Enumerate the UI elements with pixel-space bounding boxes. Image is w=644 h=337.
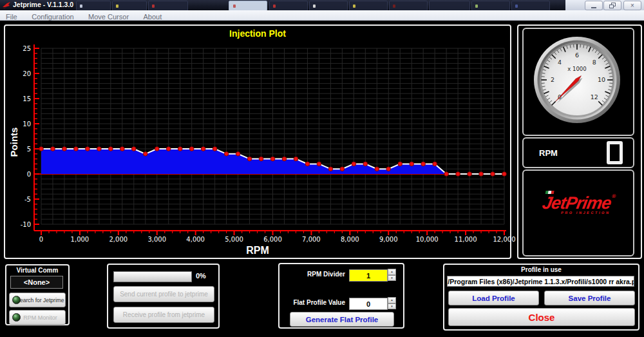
svg-text:-5: -5 [24,196,31,203]
rpm-divider-down-button[interactable]: ▼ [388,275,396,282]
virtual-comm-title: Virtual Comm [6,267,68,274]
flat-value-up-button[interactable]: ▲ [388,297,396,303]
rpm-readout-label: RPM [539,148,607,158]
svg-text:9,000: 9,000 [379,236,398,243]
tachometer-gauge-box: 024681012x 1000 [522,28,634,136]
search-for-jetprime-button[interactable]: Search for Jetprime [9,293,66,307]
title-bar: Jetprime - V.1.1.3.0 × [0,0,644,10]
profile-in-use-panel: Profile in use C:/Program Files (x86)/Je… [443,264,639,331]
injection-plot-panel: Injection Plot Points -10-5051015202501,… [4,24,511,259]
virtual-comm-panel: Virtual Comm <None> Search for Jetprime … [5,264,70,325]
search-led-icon [12,296,21,304]
menu-move-cursor[interactable]: Move Cursor [82,12,135,21]
svg-text:4,000: 4,000 [186,236,205,243]
menu-bar: File Configuration Move Cursor About [0,10,644,21]
svg-text:15: 15 [23,95,31,102]
svg-text:4: 4 [558,59,562,66]
rpm-divider-label: RPM Divider [281,271,345,278]
right-column: 024681012x 1000 RPM JetPrime® PRO INJECT… [517,24,642,259]
background-window-thumbnail [471,1,510,10]
restore-button[interactable] [603,1,621,10]
profile-transfer-panel: 0% Send current profile to jetprime Rece… [107,264,220,329]
flat-profile-value-spinner: ▲ ▼ [388,297,396,309]
menu-configuration[interactable]: Configuration [26,12,79,21]
background-window-thumbnail [76,1,111,10]
registered-mark: ® [611,193,616,199]
background-window-thumbnail [429,1,470,10]
flat-value-down-button[interactable]: ▼ [388,303,396,310]
jetprime-window: Jetprime - V.1.1.3.0 × File Configuratio… [0,0,644,337]
rpm-divider-input[interactable]: 1 [349,269,388,282]
background-window-thumbnail [309,1,348,10]
close-icon: × [630,3,634,9]
svg-text:10: 10 [598,76,605,83]
svg-text:10,000: 10,000 [416,236,439,243]
background-window-thumbnail [511,1,550,10]
svg-text:11,000: 11,000 [455,236,477,243]
window-title: Jetprime - V.1.1.3.0 [13,1,73,8]
monitor-led-icon [12,313,21,322]
plot-x-axis-label: RPM [5,245,510,256]
restore-icon [609,3,616,8]
close-button[interactable]: Close [448,308,635,326]
svg-text:x 1000: x 1000 [567,66,586,72]
rpm-digital-value [607,141,623,164]
jetprime-logo: JetPrime® PRO INJECTION [540,193,616,215]
svg-text:7,000: 7,000 [302,236,321,243]
logo-brand-text: JetPrime [541,193,612,213]
flat-profile-value-label: Flat Profile Value [281,299,345,306]
send-profile-button[interactable]: Send current profile to jetprime [113,286,214,302]
svg-text:6,000: 6,000 [263,236,282,243]
rpm-divider-up-button[interactable]: ▲ [388,269,396,275]
svg-text:0: 0 [27,171,31,178]
svg-text:12,000: 12,000 [493,236,516,243]
close-window-button[interactable]: × [623,1,641,10]
app-icon [3,2,10,8]
svg-text:10: 10 [23,120,31,128]
tachometer-gauge: 024681012x 1000 [524,29,630,132]
svg-text:2: 2 [551,76,554,83]
italian-flag-icon [545,191,554,194]
svg-text:8,000: 8,000 [341,236,359,243]
receive-profile-button[interactable]: Receive profile from jetprime [113,307,214,323]
background-window-thumbnail [112,1,147,10]
injection-plot-canvas[interactable]: -10-5051015202501,0002,0003,0004,0005,00… [5,26,510,255]
svg-text:3,000: 3,000 [147,236,166,243]
flat-profile-value-input[interactable]: 0 [349,298,388,310]
profile-path-field: C:/Program Files (x86)/Jetprime 1.1.3.x/… [447,276,634,287]
svg-text:0: 0 [39,236,43,243]
minimize-icon [591,7,596,8]
brand-logo-box: JetPrime® PRO INJECTION [522,169,634,256]
svg-text:12: 12 [591,93,598,101]
menu-file[interactable]: File [0,12,23,21]
flat-profile-panel: RPM Divider 1 ▲ ▼ Flat Profile Value 0 ▲… [278,263,404,329]
rpm-divider-spinner: ▲ ▼ [388,269,396,281]
load-profile-button[interactable]: Load Profile [448,291,539,305]
minimize-button[interactable] [585,1,603,10]
profile-in-use-title: Profile in use [444,266,638,273]
background-window-thumbnail [229,1,267,10]
menu-about[interactable]: About [138,12,168,21]
background-window-thumbnail [349,1,388,10]
rpm-readout-box: RPM [522,137,634,168]
svg-text:6: 6 [575,52,579,59]
svg-text:5,000: 5,000 [225,236,243,243]
transfer-progress-percent: 0% [196,272,206,280]
background-window-thumbnail [148,1,188,10]
svg-text:25: 25 [23,45,31,52]
svg-text:8: 8 [592,59,596,66]
generate-flat-profile-button[interactable]: Generate Flat Profile [290,312,394,327]
svg-text:1,000: 1,000 [71,236,90,243]
svg-text:2,000: 2,000 [109,236,128,243]
comm-port-selector[interactable]: <None> [10,276,63,289]
transfer-progress-bar [113,271,192,282]
background-window-thumbnail [389,1,428,10]
svg-text:5: 5 [27,146,31,153]
rpm-monitor-button[interactable]: RPM Monitor [9,310,66,325]
svg-text:20: 20 [23,70,31,77]
background-window-thumbnail [269,1,308,10]
svg-text:-10: -10 [21,221,31,228]
save-profile-button[interactable]: Save Profile [544,291,635,305]
